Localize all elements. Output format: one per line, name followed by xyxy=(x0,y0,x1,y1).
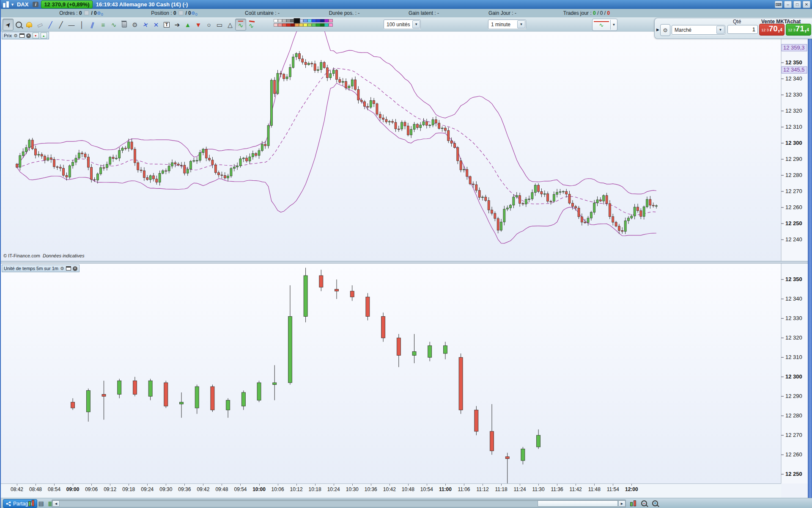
palette-color-swatch[interactable] xyxy=(291,23,295,27)
chart-style-dropdown-arrow-icon[interactable]: ▼ xyxy=(610,20,617,30)
compare-candles-icon[interactable] xyxy=(27,499,36,507)
palette-color-swatch[interactable] xyxy=(278,23,282,27)
cross-line-tool[interactable]: ✕ xyxy=(140,19,151,30)
palette-color-swatch[interactable] xyxy=(316,23,320,27)
cursor-tool[interactable]: ➤ xyxy=(3,19,14,30)
candle-zoom-icon[interactable] xyxy=(628,499,638,507)
horizontal-line-tool[interactable]: ― xyxy=(66,19,77,30)
palette-color-swatch[interactable] xyxy=(324,19,329,22)
order-arrow-tool[interactable]: ➔ xyxy=(172,19,183,30)
svg-text:12 260: 12 260 xyxy=(785,204,802,210)
palette-color-swatch[interactable] xyxy=(299,23,303,27)
symbol-dropdown-caret-icon[interactable]: ▼ xyxy=(11,3,14,7)
palette-color-swatch[interactable] xyxy=(282,19,286,22)
svg-text:12 280: 12 280 xyxy=(785,412,802,419)
scrollbar-thumb[interactable] xyxy=(538,500,618,507)
timeframe-dropdown[interactable]: 1 minute▼ xyxy=(488,19,526,29)
palette-color-swatch[interactable] xyxy=(312,23,316,27)
time-axis-label: 09:30 xyxy=(159,486,172,492)
position-checkbox-icon[interactable] xyxy=(178,11,183,15)
palette-color-swatch[interactable] xyxy=(320,19,324,22)
panel-expand-arrow-icon[interactable]: ▶ xyxy=(656,28,659,32)
line-tool[interactable]: ╱ xyxy=(55,19,66,30)
keyboard-icon[interactable]: ⌨ xyxy=(775,1,782,8)
indicator-pane-settings-wrench-icon[interactable]: ⚙ xyxy=(60,266,64,271)
time-axis-label: 10:24 xyxy=(327,486,340,492)
zoom-tool[interactable] xyxy=(13,19,24,30)
order-settings-wrench-icon[interactable]: ⚙ xyxy=(660,24,670,36)
palette-color-swatch[interactable] xyxy=(274,23,278,27)
ruler-tool[interactable]: ▭ xyxy=(34,19,45,30)
order-type-dropdown[interactable]: Marché▼ xyxy=(672,25,725,35)
palette-color-swatch[interactable] xyxy=(329,23,333,27)
svg-text:12 250: 12 250 xyxy=(785,220,802,226)
palette-color-swatch[interactable] xyxy=(303,23,307,27)
zoom-in-icon[interactable]: + xyxy=(650,499,660,507)
palette-color-swatch[interactable] xyxy=(295,23,299,27)
indicator-pane-close-icon[interactable]: ✕ xyxy=(73,266,77,271)
minimize-button[interactable]: – xyxy=(784,1,792,8)
price-pane-buy-arrow-icon[interactable]: ▲ xyxy=(41,33,47,39)
rectangle-tool[interactable]: ▭ xyxy=(214,19,225,30)
maximize-button[interactable]: □ xyxy=(793,1,801,8)
palette-color-swatch[interactable] xyxy=(320,23,324,27)
palette-color-swatch[interactable] xyxy=(329,19,333,22)
sell-arrow-tool[interactable]: ▼ xyxy=(193,19,204,30)
palette-color-swatch[interactable] xyxy=(286,19,291,22)
sell-market-button[interactable]: 12 370,4 xyxy=(759,24,785,36)
palette-color-swatch[interactable] xyxy=(324,23,329,27)
price-chart-canvas[interactable]: 12 24012 25012 26012 27012 28012 29012 3… xyxy=(1,31,808,483)
zoom-out-icon[interactable]: – xyxy=(639,499,649,507)
trash-tool[interactable] xyxy=(119,19,130,30)
palette-color-swatch[interactable] xyxy=(307,23,312,27)
svg-text:12 350: 12 350 xyxy=(785,276,802,282)
palette-color-swatch[interactable] xyxy=(316,19,320,22)
price-pane-window-icon[interactable] xyxy=(19,33,25,38)
close-button[interactable]: ✕ xyxy=(803,1,810,8)
settings-wrench-tool[interactable]: ⚙ xyxy=(129,19,140,30)
trend-channel-tool[interactable]: ∿ xyxy=(108,19,119,30)
segment-tool[interactable]: ╱ xyxy=(45,19,56,30)
price-pane-close-icon[interactable]: ✕ xyxy=(26,33,31,38)
buy-market-button[interactable]: 12 371,4 xyxy=(786,24,811,36)
palette-color-swatch[interactable] xyxy=(278,19,282,22)
alerts-bell-tool[interactable] xyxy=(24,19,35,30)
buy-arrow-tool[interactable]: ▲ xyxy=(182,19,193,30)
price-pane-settings-wrench-icon[interactable]: ⚙ xyxy=(14,33,18,38)
palette-color-swatch[interactable] xyxy=(274,19,278,22)
right-edge-scrollbar[interactable] xyxy=(808,31,812,498)
position-gear-icon[interactable]: ⚙ xyxy=(191,11,195,16)
palette-color-swatch[interactable] xyxy=(307,19,312,22)
cross-line2-tool[interactable]: ✕ xyxy=(151,19,162,30)
palette-color-swatch[interactable] xyxy=(294,18,300,23)
palette-color-swatch[interactable] xyxy=(312,19,316,22)
palette-color-swatch[interactable] xyxy=(303,19,307,22)
parallel-lines-tool[interactable]: ∥ xyxy=(87,19,98,30)
timeframe-dropdown-arrow-icon: ▼ xyxy=(517,20,525,28)
account-info-bar: Ordres : 0 / 0⚙0 Position : 0 / 0⚙0 Coût… xyxy=(1,9,812,18)
triangle-tool[interactable]: △ xyxy=(225,19,236,30)
text-tool[interactable]: T xyxy=(161,19,172,30)
vertical-line-tool[interactable]: │ xyxy=(77,19,88,30)
price-pane-sell-arrow-icon[interactable]: ▼ xyxy=(33,33,39,39)
symbol-name[interactable]: DAX xyxy=(17,1,28,8)
chart-style-button[interactable]: ∿ ▼ xyxy=(592,19,617,31)
fibonacci-tool[interactable]: ≡ xyxy=(98,19,109,30)
instrument-info-icon[interactable]: i xyxy=(33,2,38,7)
svg-text:12 320: 12 320 xyxy=(785,108,802,114)
indicator-pane-window-icon[interactable] xyxy=(66,266,71,271)
chart-horizontal-scrollbar[interactable]: ◀ ▶ xyxy=(52,500,626,508)
units-dropdown[interactable]: 100 unités▼ xyxy=(384,19,421,29)
zigzag-style2-tool[interactable]: ∿ xyxy=(246,19,257,30)
scroll-left-arrow-icon[interactable]: ◀ xyxy=(52,500,60,507)
orders-gear-icon[interactable]: ⚙ xyxy=(97,11,101,16)
palette-color-swatch[interactable] xyxy=(282,23,286,27)
scroll-right-arrow-icon[interactable]: ▶ xyxy=(618,500,625,507)
ellipse-tool[interactable]: ○ xyxy=(203,19,214,30)
palette-color-swatch[interactable] xyxy=(286,23,291,27)
svg-text:12 270: 12 270 xyxy=(785,188,802,194)
orders-checkbox-icon[interactable] xyxy=(84,11,89,15)
zigzag-style-tool[interactable]: ∿ xyxy=(235,19,246,30)
journal-icon[interactable]: ▤ xyxy=(37,499,45,507)
quantity-input[interactable] xyxy=(727,25,758,34)
